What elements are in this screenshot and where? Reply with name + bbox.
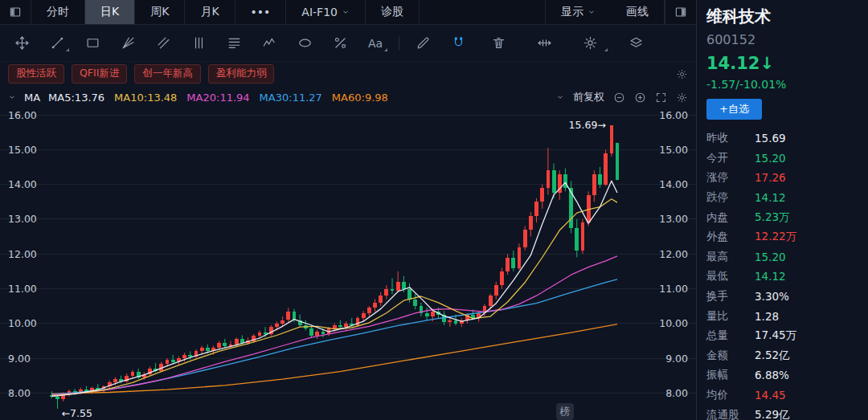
candle-body — [598, 174, 602, 185]
zoom-in-icon[interactable] — [634, 92, 646, 104]
stat-row: 外盘12.22万 — [706, 227, 858, 247]
stat-label: 最低 — [706, 269, 755, 283]
stat-row: 总量17.45万 — [706, 326, 858, 346]
candle-body — [166, 360, 170, 363]
stat-row: 量比1.28 — [706, 306, 858, 326]
stat-label: 均价 — [706, 388, 755, 402]
stat-label: 总量 — [706, 328, 755, 343]
y-axis-label-right: 15.00 — [659, 144, 688, 156]
stat-label: 跌停 — [706, 190, 755, 205]
zoom-out-icon[interactable] — [613, 92, 625, 104]
candle-body — [223, 343, 227, 347]
tab-daily-k[interactable]: 日K — [85, 0, 135, 24]
rectangle-tool-icon[interactable] — [75, 31, 110, 55]
ma-collapse-chevron-icon[interactable] — [8, 92, 16, 104]
cursor-tool-icon[interactable] — [4, 31, 39, 55]
candle-body — [315, 332, 319, 336]
tab-ai-f10-chevron-icon — [342, 6, 350, 18]
stock-stats: 昨收15.69今开15.20涨停17.26跌停14.12内盘5.23万外盘12.… — [706, 128, 858, 420]
magnet-tool-icon[interactable] — [440, 31, 476, 55]
chart-settings-icon[interactable] — [676, 92, 688, 104]
candle-body — [206, 348, 210, 351]
bar-width-tool-icon[interactable] — [522, 31, 567, 55]
watermark-badge[interactable]: 榜 — [556, 403, 574, 420]
tab-display[interactable]: 显示 — [545, 0, 611, 24]
ma-line-MA60 — [51, 324, 617, 394]
stat-row: 最低14.12 — [706, 267, 858, 287]
candle-body — [171, 360, 175, 361]
wave-tool-icon[interactable] — [252, 31, 287, 55]
ellipse-tool-icon[interactable] — [287, 31, 322, 55]
tab-minute[interactable]: 分时 — [31, 0, 85, 24]
collapse-left-panel-icon[interactable] — [0, 0, 31, 24]
stat-label: 换手 — [706, 289, 755, 304]
layers-tool-icon[interactable] — [613, 31, 659, 55]
y-axis-label-right: 14.00 — [659, 178, 688, 190]
stock-app: 分时日K周K月K•••AI-F10诊股 显示画线 Aa 股性活跃QFII新进创一… — [0, 0, 868, 420]
stock-tag-chip[interactable]: 创一年新高 — [134, 64, 201, 84]
stat-label: 外盘 — [706, 230, 755, 244]
trendline-tool-icon[interactable] — [39, 31, 75, 55]
ma-indicator-label: MA — [24, 92, 40, 104]
candle-body — [235, 339, 239, 345]
ma-row-controls: 前复权 — [556, 90, 688, 104]
tab-weekly-k[interactable]: 周K — [135, 0, 185, 24]
stock-tag-chip[interactable]: QFII新进 — [72, 64, 127, 84]
fullscreen-icon[interactable] — [655, 92, 667, 104]
tab-draw-line[interactable]: 画线 — [611, 0, 665, 24]
channel-tool-icon[interactable] — [145, 31, 181, 55]
candle-body — [402, 282, 406, 289]
chart-area: 16.0016.0015.0015.0014.0014.0013.0013.00… — [0, 108, 696, 420]
stock-name: 维科技术 — [706, 6, 858, 27]
tab-monthly-k[interactable]: 月K — [185, 0, 235, 24]
y-axis-label-right: 9.00 — [665, 353, 688, 365]
text-tool-icon[interactable]: Aa — [358, 31, 393, 55]
candle-body — [454, 320, 458, 324]
candle-body — [55, 397, 59, 400]
candle-body — [391, 289, 395, 291]
candle-body — [448, 320, 452, 322]
candle-body — [182, 355, 186, 358]
collapse-right-panel-icon[interactable] — [665, 0, 696, 24]
vertical-line-tool-icon[interactable] — [181, 31, 216, 55]
tab-ai-f10[interactable]: AI-F10 — [286, 0, 366, 24]
y-axis-label-right: 12.00 — [659, 248, 688, 260]
y-axis-label-left: 8.00 — [8, 387, 31, 399]
tab-display-chevron-icon — [588, 6, 596, 18]
stock-tag-chip[interactable]: 盈利能力弱 — [208, 64, 275, 84]
candle-body — [506, 258, 510, 271]
drawing-toolbar: Aa — [0, 25, 696, 62]
stat-row: 最高15.20 — [706, 247, 858, 267]
y-axis-label-right: 13.00 — [659, 213, 688, 225]
tabs-right: 显示画线 — [545, 0, 665, 24]
trash-tool-icon[interactable] — [476, 31, 522, 55]
candle-body — [200, 348, 204, 351]
stat-row: 流通股5.29亿 — [706, 405, 858, 420]
ma-value-label: MA10:13.48 — [114, 92, 177, 104]
tab-diagnose[interactable]: 诊股 — [366, 0, 420, 24]
stat-value: 5.29亿 — [755, 408, 790, 420]
tags-settings-icon[interactable] — [676, 68, 688, 80]
stat-label: 今开 — [706, 151, 755, 165]
candle-body — [131, 372, 135, 375]
candlestick-chart[interactable]: 16.0016.0015.0015.0014.0014.0013.0013.00… — [0, 108, 696, 420]
percent-line-tool-icon[interactable] — [322, 31, 358, 55]
stock-tag-chip[interactable]: 股性活跃 — [8, 64, 64, 84]
tab-more[interactable]: ••• — [235, 0, 287, 24]
candle-body — [275, 324, 279, 327]
add-watchlist-button[interactable]: +自选 — [706, 99, 762, 120]
stat-value: 17.26 — [755, 171, 786, 184]
stat-label: 涨停 — [706, 170, 755, 185]
trendline-tool-caret — [66, 48, 69, 51]
fib-line-tool-icon[interactable] — [216, 31, 252, 55]
adjust-mode-label[interactable]: 前复权 — [573, 90, 604, 104]
settings-tool-icon[interactable] — [567, 31, 613, 55]
candle-body — [338, 325, 342, 327]
gann-fan-tool-icon[interactable] — [110, 31, 145, 55]
adjust-mode-chevron-icon[interactable] — [556, 92, 564, 104]
tabbar-spacer — [420, 0, 545, 24]
stock-code: 600152 — [706, 32, 858, 47]
pencil-tool-icon[interactable] — [405, 31, 440, 55]
ma-legend-row: MA MA5:13.76MA10:13.48MA20:11.94MA30:11.… — [0, 86, 696, 108]
candle-body — [373, 303, 377, 308]
